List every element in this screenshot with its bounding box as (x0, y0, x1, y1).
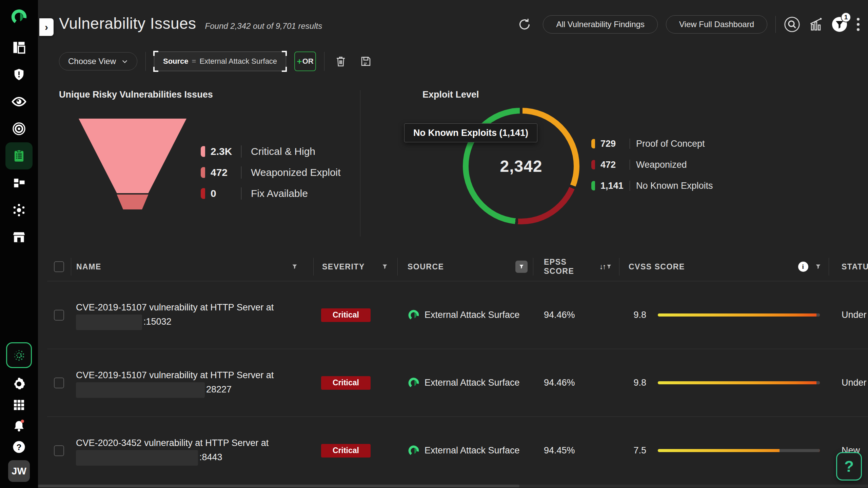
row-checkbox[interactable] (54, 310, 64, 321)
sidebar-item-visibility[interactable] (5, 88, 33, 115)
row-checkbox[interactable] (54, 378, 64, 388)
add-or-filter-button[interactable]: + OR (294, 52, 316, 71)
dashboard-layout-icon (12, 40, 26, 55)
header-divider (775, 16, 776, 33)
choose-view-dropdown[interactable]: Choose View (59, 52, 137, 70)
issue-name[interactable]: CVE-2019-15107 vulnerability at HTTP Ser… (71, 349, 313, 416)
column-header-name[interactable]: NAME (71, 252, 313, 281)
funnel-step-weaponized[interactable] (117, 195, 149, 209)
column-header-status[interactable]: STATUS (829, 252, 868, 281)
save-view-button[interactable] (358, 53, 374, 69)
refresh-button[interactable] (517, 17, 532, 32)
storefront-icon (12, 230, 26, 245)
table-row[interactable]: CVE-2020-3452 vulnerability at HTTP Serv… (47, 417, 868, 484)
plus-icon: + (297, 56, 302, 67)
filter-count-badge: 1 (841, 12, 851, 22)
expand-chevron-icon: › (45, 21, 48, 33)
column-header-severity[interactable]: SEVERITY (313, 252, 397, 281)
column-label: SEVERITY (322, 262, 365, 271)
issue-port: :15032 (143, 317, 172, 327)
issue-name[interactable]: CVE-2020-3452 vulnerability at HTTP Serv… (71, 417, 313, 484)
apps-grid-button[interactable] (8, 394, 29, 415)
cvss-value: 7.5 (629, 445, 646, 456)
row-select (47, 417, 71, 484)
analytics-button[interactable] (808, 17, 823, 32)
source-cell: External Attack Surface (397, 281, 533, 349)
select-all-checkbox[interactable] (54, 261, 64, 272)
horizontal-scrollbar[interactable] (38, 485, 868, 487)
ai-assistant-icon (10, 346, 28, 364)
question-mark-icon: ? (844, 457, 854, 475)
filter-bar-divider (145, 52, 146, 71)
funnel-step-critical-high[interactable] (79, 119, 186, 193)
redacted-host (76, 382, 205, 398)
results-summary: Found 2,342 out of 9,701 results (205, 21, 322, 31)
cvss-cell: 7.5 (619, 417, 829, 484)
notifications-bell-icon (12, 419, 26, 433)
sidebar-item-issues[interactable] (5, 142, 33, 169)
charts-divider (360, 90, 360, 237)
legend-item: 472 Weaponized Exploit (201, 165, 341, 180)
column-header-cvss[interactable]: CVSS SCORE i (619, 252, 829, 281)
issues-table: NAME SEVERITY SOURCE EP (38, 252, 868, 484)
sidebar-item-dashboard[interactable] (5, 34, 33, 61)
column-filter-icon[interactable] (606, 263, 612, 270)
sidebar-item-assets[interactable] (5, 169, 33, 197)
filter-bar: Choose View Source = External Attack Sur… (59, 51, 374, 72)
cvss-bar-remainder (816, 381, 820, 384)
redacted-host (76, 314, 142, 330)
sidebar-item-marketplace[interactable] (5, 224, 33, 251)
search-button[interactable] (784, 16, 800, 33)
column-filter-icon[interactable] (814, 263, 822, 270)
legend-divider (241, 166, 241, 179)
redacted-host (76, 450, 198, 466)
view-full-dashboard-button[interactable]: View Full Dashboard (666, 15, 767, 34)
epss-score: 94.46% (533, 349, 619, 416)
legend-value: 729 (600, 139, 630, 149)
cvss-bar (658, 381, 820, 384)
issue-name-line2: :8443 (76, 450, 222, 466)
kebab-menu-button[interactable] (856, 17, 861, 32)
row-checkbox[interactable] (54, 445, 64, 456)
donut-tooltip: No Known Exploits (1,141) (404, 123, 537, 142)
legend-swatch (591, 160, 595, 169)
search-icon (784, 16, 800, 33)
chip-corner (282, 67, 287, 72)
table-row[interactable]: CVE-2019-15107 vulnerability at HTTP Ser… (47, 281, 868, 349)
filter-button[interactable]: 1 (831, 16, 848, 33)
issue-name[interactable]: CVE-2019-15107 vulnerability at HTTP Ser… (71, 281, 313, 349)
source-label: External Attack Surface (425, 310, 520, 320)
legend-swatch (201, 167, 205, 178)
issue-name-line2: 28227 (76, 382, 232, 398)
column-header-source[interactable]: SOURCE (397, 252, 533, 281)
column-filter-active-icon[interactable] (515, 261, 528, 273)
app-logo-icon (10, 8, 28, 26)
cvss-value: 9.8 (629, 378, 646, 388)
help-floating-button[interactable]: ? (836, 452, 862, 481)
notifications-button[interactable] (8, 415, 29, 436)
column-filter-icon[interactable] (291, 263, 298, 270)
user-avatar[interactable]: JW (8, 460, 30, 482)
info-icon[interactable]: i (798, 262, 808, 272)
delete-filters-button[interactable] (333, 53, 349, 69)
sidebar-item-risks[interactable] (5, 61, 33, 88)
column-header-epss[interactable]: EPSS SCORE ↓↑ (533, 252, 619, 281)
sidebar-help-button[interactable]: ? (8, 436, 29, 458)
filter-chip-source[interactable]: Source = External Attack Surface (154, 52, 286, 71)
spark-icon (11, 202, 27, 218)
ai-assistant-button[interactable] (6, 342, 32, 368)
sidebar-item-targets[interactable] (5, 115, 33, 142)
issue-name-line1: CVE-2019-15107 vulnerability at HTTP Ser… (76, 300, 274, 314)
sidebar-item-automation[interactable] (5, 197, 33, 224)
sort-icon[interactable]: ↓↑ (599, 262, 606, 271)
expand-panel-button[interactable]: › (39, 18, 54, 36)
settings-button[interactable] (8, 373, 29, 394)
all-vulnerability-findings-button[interactable]: All Vulnerability Findings (543, 15, 658, 34)
column-filter-icon[interactable] (381, 263, 389, 270)
scrollbar-thumb[interactable] (38, 485, 519, 487)
table-row[interactable]: CVE-2019-15107 vulnerability at HTTP Ser… (47, 349, 868, 417)
app-logo[interactable] (10, 0, 28, 34)
charts-section: Unique Risky Vulnerabilities Issues 2.3K… (38, 85, 868, 252)
issue-name-line2: :15032 (76, 314, 172, 330)
table-header: NAME SEVERITY SOURCE EP (47, 252, 868, 281)
